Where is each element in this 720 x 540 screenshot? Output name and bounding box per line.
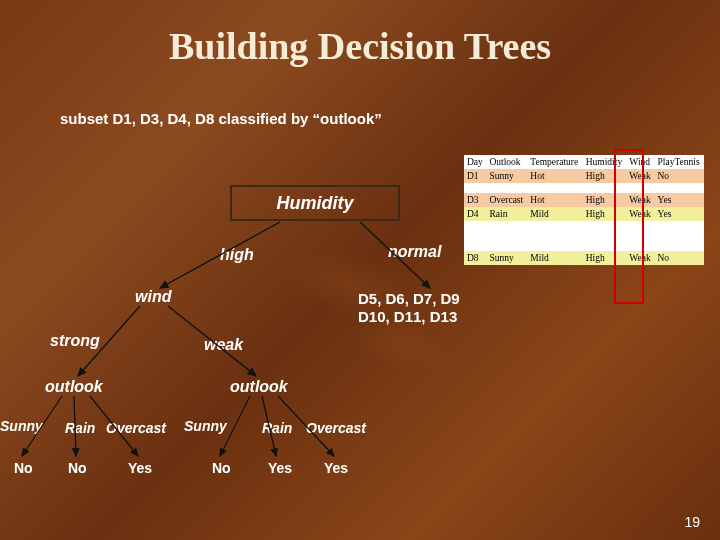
branch-weak-label: weak: [204, 336, 243, 354]
r-rain: Rain: [262, 420, 292, 436]
l-overcast: Overcast: [106, 420, 166, 436]
data-table: DayOutlookTemperatureHumidityWindPlayTen…: [464, 155, 704, 265]
l-rain-leaf: No: [68, 460, 87, 476]
tree-root-label: Humidity: [276, 193, 353, 214]
outlook-left: outlook: [45, 378, 103, 396]
tree-root-humidity: Humidity: [230, 185, 400, 221]
r-rain-leaf: Yes: [268, 460, 292, 476]
l-overcast-leaf: Yes: [128, 460, 152, 476]
r-sunny-leaf: No: [212, 460, 231, 476]
l-rain: Rain: [65, 420, 95, 436]
r-overcast-leaf: Yes: [324, 460, 348, 476]
slide-subtitle: subset D1, D3, D4, D8 classified by “out…: [60, 110, 382, 127]
normal-leaf-line2: D10, D11, D13: [358, 308, 457, 325]
branch-high-label: high: [220, 246, 254, 264]
page-number: 19: [684, 514, 700, 530]
l-sunny: Sunny: [0, 418, 43, 434]
slide-title: Building Decision Trees: [0, 0, 720, 68]
l-sunny-leaf: No: [14, 460, 33, 476]
wind-node: wind: [135, 288, 171, 306]
normal-leaf-line1: D5, D6, D7, D9: [358, 290, 460, 307]
r-sunny: Sunny: [184, 418, 227, 434]
branch-strong-label: strong: [50, 332, 100, 350]
branch-normal-label: normal: [388, 243, 441, 261]
outlook-right: outlook: [230, 378, 288, 396]
r-overcast: Overcast: [306, 420, 366, 436]
tree-arrows: [0, 0, 720, 540]
